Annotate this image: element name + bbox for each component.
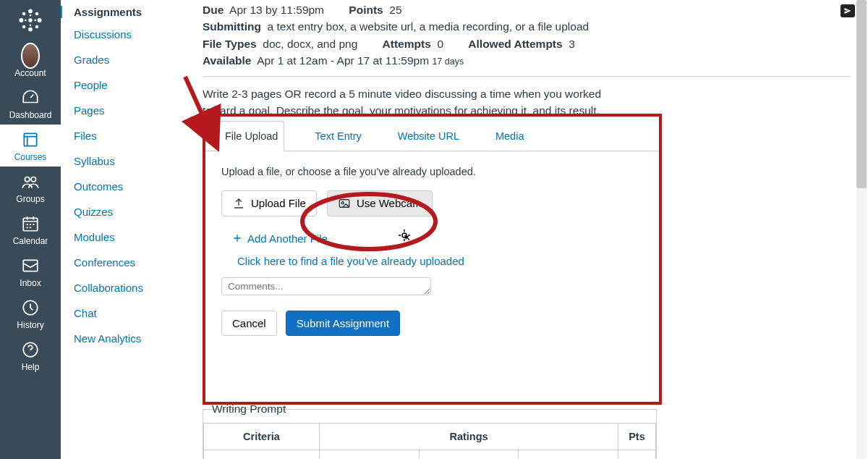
tab-file-upload[interactable]: File Upload <box>218 121 284 151</box>
course-nav-syllabus[interactable]: Syllabus <box>74 155 178 167</box>
svg-point-11 <box>25 20 27 22</box>
tab-text-entry[interactable]: Text Entry <box>309 122 367 151</box>
nav-groups[interactable]: Groups <box>0 167 61 209</box>
add-another-file[interactable]: Add Another File <box>231 232 328 245</box>
course-nav-files[interactable]: Files <box>74 130 178 142</box>
course-nav-pages[interactable]: Pages <box>74 104 178 117</box>
rubric-ratings: 5 pts 3 pts 0 pts <box>320 450 618 459</box>
upload-file-label: Upload File <box>251 197 306 209</box>
allowed-value: 3 <box>569 38 575 50</box>
course-nav-people[interactable]: People <box>74 79 178 91</box>
course-nav-outcomes[interactable]: Outcomes <box>74 180 178 193</box>
nav-inbox[interactable]: Inbox <box>0 250 61 292</box>
rubric-row: Follows Instructions 5 pts 3 pts 0 pts <box>204 450 656 459</box>
filetypes-label: File Types <box>203 38 257 50</box>
allowed-label: Allowed Attempts <box>468 38 562 50</box>
scrollbar-thumb[interactable] <box>856 0 867 188</box>
groups-icon <box>21 172 40 191</box>
upload-icon <box>232 197 245 210</box>
course-nav-conferences[interactable]: Conferences <box>74 256 178 269</box>
use-webcam-button[interactable]: Use Webcam <box>327 190 433 216</box>
nav-calendar[interactable]: Calendar <box>0 209 61 250</box>
rubric: Writing Prompt Criteria Ratings Pts Foll… <box>203 409 657 460</box>
svg-point-15 <box>31 177 36 182</box>
rubric-header-ratings: Ratings <box>320 423 618 450</box>
rubric-rating-0: 5 pts <box>320 450 420 460</box>
course-nav-new-analytics[interactable]: New Analytics <box>74 332 178 345</box>
course-nav-grades[interactable]: Grades <box>74 54 178 66</box>
svg-rect-17 <box>23 260 38 271</box>
submission-tabs: File Upload Text Entry Website URL Media <box>205 117 659 151</box>
upload-file-button[interactable]: Upload File <box>221 190 317 216</box>
due-value: Apr 13 by 11:59pm <box>229 4 324 16</box>
cancel-button[interactable]: Cancel <box>221 311 277 336</box>
available-days: 17 days <box>432 56 464 67</box>
course-nav-collaborations[interactable]: Collaborations <box>74 282 178 294</box>
course-nav: Assignments Discussions Grades People Pa… <box>61 0 191 459</box>
rubric-pts <box>618 450 656 459</box>
svg-point-2 <box>28 28 33 32</box>
svg-point-7 <box>22 25 26 29</box>
svg-point-9 <box>30 14 32 17</box>
nav-account[interactable]: Account <box>0 41 61 83</box>
nav-label: Groups <box>16 194 44 204</box>
attempts-label: Attempts <box>383 38 431 50</box>
svg-point-5 <box>22 12 26 16</box>
calendar-icon <box>21 214 40 233</box>
upload-prompt: Upload a file, or choose a file you've a… <box>221 166 643 177</box>
svg-point-0 <box>28 18 32 22</box>
svg-rect-13 <box>24 133 36 146</box>
svg-point-21 <box>341 201 344 203</box>
avatar <box>21 43 40 69</box>
rubric-rating-2: 0 pts <box>519 450 618 460</box>
course-nav-chat[interactable]: Chat <box>74 307 178 319</box>
nav-label: Dashboard <box>9 110 52 120</box>
nav-label: Account <box>14 68 46 78</box>
svg-point-12 <box>34 20 36 22</box>
nav-dashboard[interactable]: Dashboard <box>0 83 61 125</box>
course-nav-discussions[interactable]: Discussions <box>74 28 178 41</box>
nav-help[interactable]: Help <box>0 334 61 376</box>
comments-input[interactable] <box>221 277 431 295</box>
svg-point-6 <box>35 12 39 16</box>
assignment-meta: Due Apr 13 by 11:59pm Points 25 Submitti… <box>203 0 851 69</box>
svg-point-8 <box>35 25 39 29</box>
points-value: 25 <box>389 4 401 16</box>
use-webcam-label: Use Webcam <box>357 197 422 209</box>
global-nav: Account Dashboard Courses Groups Calenda… <box>0 0 61 459</box>
submit-assignment-button[interactable]: Submit Assignment <box>286 311 400 336</box>
send-icon <box>843 7 852 15</box>
image-icon <box>338 197 351 210</box>
divider <box>203 76 851 77</box>
dashboard-icon <box>21 88 40 107</box>
nav-label: History <box>17 320 43 330</box>
rubric-header-pts: Pts <box>618 423 656 450</box>
canvas-logo-icon <box>17 7 43 33</box>
tab-website-url[interactable]: Website URL <box>392 122 465 151</box>
due-label: Due <box>203 4 224 16</box>
nav-label: Help <box>22 362 40 372</box>
svg-point-10 <box>30 24 32 26</box>
attempts-value: 0 <box>437 38 443 50</box>
rubric-header-criteria: Criteria <box>204 423 320 450</box>
course-nav-modules[interactable]: Modules <box>74 231 178 243</box>
course-nav-quizzes[interactable]: Quizzes <box>74 206 178 218</box>
rubric-title: Writing Prompt <box>206 403 292 415</box>
brand-logo[interactable] <box>16 6 45 35</box>
nav-history[interactable]: History <box>0 292 61 334</box>
available-value: Apr 1 at 12am - Apr 17 at 11:59pm <box>257 54 429 67</box>
inbox-icon <box>21 256 40 275</box>
available-label: Available <box>203 54 252 67</box>
tab-body-file-upload: Upload a file, or choose a file you've a… <box>205 151 659 350</box>
tab-media[interactable]: Media <box>490 122 530 151</box>
points-label: Points <box>349 4 383 16</box>
svg-point-14 <box>25 177 30 182</box>
course-nav-active[interactable]: Assignments <box>61 6 178 18</box>
svg-point-1 <box>28 9 33 14</box>
submission-area: File Upload Text Entry Website URL Media… <box>203 114 662 405</box>
nav-courses[interactable]: Courses <box>0 125 61 167</box>
find-uploaded-file[interactable]: Click here to find a file you've already… <box>237 255 643 267</box>
immersive-reader-badge[interactable] <box>841 4 855 17</box>
svg-point-4 <box>38 18 42 22</box>
history-icon <box>21 298 40 317</box>
